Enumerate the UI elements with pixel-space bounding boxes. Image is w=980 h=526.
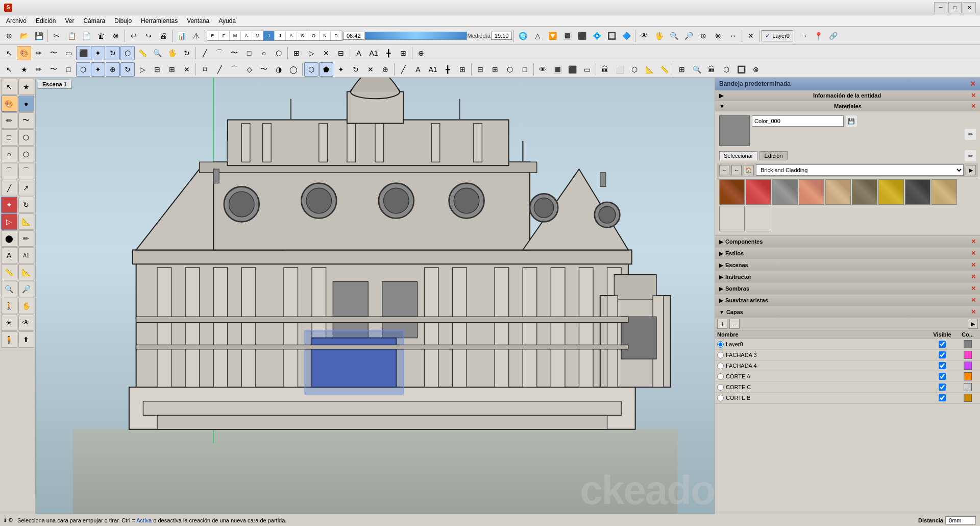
texture-empty-1[interactable] bbox=[719, 206, 745, 231]
open-button[interactable]: 📂 bbox=[17, 29, 31, 43]
circle-tool[interactable]: ○ bbox=[257, 46, 271, 60]
text-tool[interactable]: A bbox=[352, 46, 366, 60]
sombras-header[interactable]: ▶ Sombras ✕ bbox=[715, 283, 980, 294]
layer-check-cortec[interactable] bbox=[939, 384, 946, 391]
layer-row-cortea[interactable]: CORTE A bbox=[715, 371, 980, 382]
layer-color-cortec[interactable] bbox=[964, 383, 972, 391]
escenas-header[interactable]: ▶ Escenas ✕ bbox=[715, 259, 980, 271]
ext33[interactable]: ⊞ bbox=[488, 62, 502, 77]
ls-arc2[interactable]: ⌒ bbox=[18, 163, 35, 179]
copy-button[interactable]: 📋 bbox=[64, 29, 79, 43]
ext42[interactable]: ⬡ bbox=[627, 62, 642, 77]
section-tool[interactable]: ⊞ bbox=[396, 46, 410, 60]
ext20[interactable]: ◯ bbox=[286, 62, 301, 77]
ext22[interactable]: ⬟ bbox=[319, 62, 333, 77]
ls-zoom2[interactable]: 🔎 bbox=[18, 281, 35, 297]
layer-remove-button[interactable]: − bbox=[729, 319, 740, 329]
instructor-close[interactable]: ✕ bbox=[971, 273, 976, 280]
estilos-close[interactable]: ✕ bbox=[971, 250, 976, 257]
layer-check-cortea[interactable] bbox=[939, 373, 946, 380]
ls-edit[interactable]: ✏ bbox=[18, 230, 35, 247]
mat-arrow-btn[interactable]: ▶ bbox=[966, 165, 976, 175]
layer-color-fachada4[interactable] bbox=[964, 362, 972, 370]
ls-walk[interactable]: 🚶 bbox=[1, 298, 17, 314]
layer-radio-corteb[interactable] bbox=[717, 395, 724, 401]
ls-up[interactable]: ⬆ bbox=[18, 331, 35, 348]
mat-tab-edit[interactable]: Edición bbox=[760, 151, 787, 160]
mat-category-dropdown[interactable]: Brick and Cladding Colors Ground Cover M… bbox=[756, 164, 964, 176]
menu-archivo[interactable]: Archivo bbox=[2, 16, 31, 26]
timeline-geo[interactable] bbox=[365, 32, 467, 40]
ext45[interactable]: ⊞ bbox=[675, 62, 689, 77]
ext50[interactable]: ⊗ bbox=[749, 62, 763, 77]
scale-tool[interactable]: ⬡ bbox=[120, 46, 135, 60]
materials-header[interactable]: ▼ Materiales ✕ bbox=[715, 101, 980, 111]
sombras-close[interactable]: ✕ bbox=[971, 285, 976, 292]
capas-header[interactable]: ▼ Capas ✕ bbox=[715, 306, 980, 318]
ext27[interactable]: ╱ bbox=[396, 62, 410, 77]
material-name-input[interactable] bbox=[752, 115, 844, 127]
ls-rotate[interactable]: ↻ bbox=[18, 197, 35, 213]
ls-hex[interactable]: ⬡ bbox=[18, 129, 35, 146]
ext21[interactable]: ⬡ bbox=[304, 62, 318, 77]
nav1-button[interactable]: → bbox=[797, 29, 811, 43]
title-controls[interactable]: ─ □ ✕ bbox=[934, 2, 976, 13]
close-button[interactable]: ✕ bbox=[963, 2, 976, 13]
ext2[interactable]: ★ bbox=[17, 62, 31, 77]
axes-tool[interactable]: ╋ bbox=[381, 46, 396, 60]
mat-save-btn[interactable]: 💾 bbox=[846, 115, 857, 127]
look1-button[interactable]: 👁 bbox=[637, 29, 651, 43]
ls-arrow[interactable]: ↗ bbox=[18, 180, 35, 196]
texture-tile-dark[interactable] bbox=[905, 179, 930, 205]
layer-radio-cortec[interactable] bbox=[717, 384, 724, 391]
ls-circle-blue[interactable]: ● bbox=[18, 95, 35, 112]
menu-herramientas[interactable]: Herramientas bbox=[137, 16, 182, 26]
freehand[interactable]: 〜 bbox=[227, 46, 241, 60]
ext34[interactable]: ⬡ bbox=[503, 62, 517, 77]
eraser-tool[interactable]: ✏ bbox=[32, 46, 46, 60]
layer-radio-fachada3[interactable] bbox=[717, 352, 724, 358]
cut-button[interactable]: ✂ bbox=[50, 29, 64, 43]
texture-tile-tan[interactable] bbox=[932, 179, 957, 205]
layer-row-layer0[interactable]: Layer0 bbox=[715, 339, 980, 350]
ext15[interactable]: ╱ bbox=[212, 62, 227, 77]
ls-select[interactable]: ↖ bbox=[1, 79, 17, 95]
view3-button[interactable]: 🔽 bbox=[545, 29, 559, 43]
suavizar-header[interactable]: ▶ Suavizar aristas ✕ bbox=[715, 295, 980, 306]
layer-check-fachada4[interactable] bbox=[939, 362, 946, 369]
layer-radio-cortea[interactable] bbox=[717, 373, 724, 380]
componentes-close[interactable]: ✕ bbox=[971, 238, 976, 245]
ext6[interactable]: ⬡ bbox=[76, 62, 90, 77]
viewport[interactable]: Escena 1 bbox=[36, 78, 715, 514]
menu-edicion[interactable]: Edición bbox=[32, 16, 60, 26]
layer-color-fachada3[interactable] bbox=[964, 351, 972, 359]
ext47[interactable]: 🏛 bbox=[704, 62, 719, 77]
texture-brick-brown[interactable] bbox=[719, 179, 745, 205]
ls-star2[interactable]: ✦ bbox=[1, 197, 17, 213]
view1-button[interactable]: 🌐 bbox=[516, 29, 530, 43]
ext11[interactable]: ⊟ bbox=[150, 62, 164, 77]
month-a2[interactable]: A bbox=[286, 31, 297, 41]
layer-row-fachada4[interactable]: FACHADA 4 bbox=[715, 361, 980, 371]
info-icon[interactable]: ℹ bbox=[4, 517, 6, 523]
maximize-button[interactable]: □ bbox=[948, 2, 962, 13]
ext14[interactable]: ⌑ bbox=[198, 62, 212, 77]
ext40[interactable]: 🏛 bbox=[598, 62, 612, 77]
entity-info-close[interactable]: ✕ bbox=[971, 92, 976, 99]
entity-info-header[interactable]: ▶ Información de la entidad ✕ bbox=[715, 90, 980, 101]
ext36[interactable]: 👁 bbox=[535, 62, 550, 77]
zoom1-button[interactable]: 🔍 bbox=[667, 29, 681, 43]
ls-rect[interactable]: □ bbox=[1, 129, 17, 146]
ext1[interactable]: ↖ bbox=[2, 62, 16, 77]
paste-button[interactable]: 📄 bbox=[79, 29, 93, 43]
view2-button[interactable]: △ bbox=[530, 29, 545, 43]
zoomext-tool[interactable]: ⊕ bbox=[414, 46, 428, 60]
line-tool[interactable]: ╱ bbox=[198, 46, 212, 60]
zoom4-button[interactable]: ⊗ bbox=[711, 29, 725, 43]
ls-star[interactable]: ★ bbox=[18, 79, 35, 95]
move-tool[interactable]: ✦ bbox=[91, 46, 105, 60]
ext3[interactable]: ✏ bbox=[32, 62, 46, 77]
dim-tool[interactable]: A1 bbox=[366, 46, 381, 60]
ext28[interactable]: A bbox=[411, 62, 425, 77]
ext39[interactable]: ▭ bbox=[580, 62, 594, 77]
